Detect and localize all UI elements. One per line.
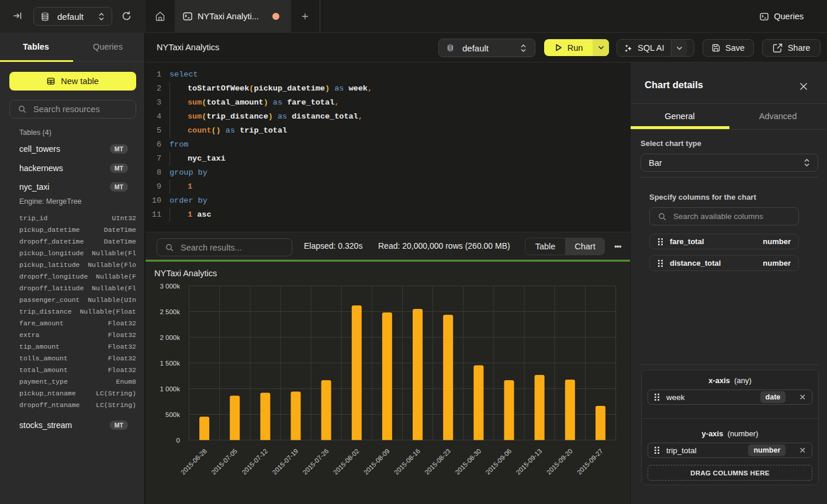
svg-text:2015-09-27: 2015-09-27 — [576, 447, 604, 476]
svg-text:NYTaxi Analytics: NYTaxi Analytics — [154, 269, 217, 278]
svg-text:2 000k: 2 000k — [160, 334, 180, 341]
svg-text:2015-06-28: 2015-06-28 — [179, 447, 208, 476]
svg-text:2015-08-16: 2015-08-16 — [393, 447, 421, 476]
svg-text:3 000k: 3 000k — [160, 283, 180, 290]
svg-text:2015-09-20: 2015-09-20 — [545, 447, 574, 476]
svg-text:2015-07-12: 2015-07-12 — [240, 447, 269, 476]
svg-text:1 500k: 1 500k — [160, 360, 180, 367]
svg-text:500k: 500k — [165, 411, 180, 418]
svg-text:2015-07-26: 2015-07-26 — [302, 447, 330, 476]
svg-text:2015-08-02: 2015-08-02 — [332, 447, 361, 476]
svg-text:2015-08-09: 2015-08-09 — [362, 447, 391, 476]
svg-text:1 000k: 1 000k — [160, 385, 180, 392]
svg-text:2015-07-05: 2015-07-05 — [210, 447, 238, 476]
svg-text:2015-07-19: 2015-07-19 — [271, 447, 299, 476]
svg-text:2015-08-23: 2015-08-23 — [423, 447, 452, 476]
svg-text:2015-08-30: 2015-08-30 — [454, 447, 482, 476]
svg-text:2 500k: 2 500k — [160, 308, 180, 315]
svg-text:2015-09-06: 2015-09-06 — [484, 447, 513, 476]
svg-text:2015-09-13: 2015-09-13 — [515, 447, 544, 476]
svg-text:0: 0 — [177, 437, 180, 444]
